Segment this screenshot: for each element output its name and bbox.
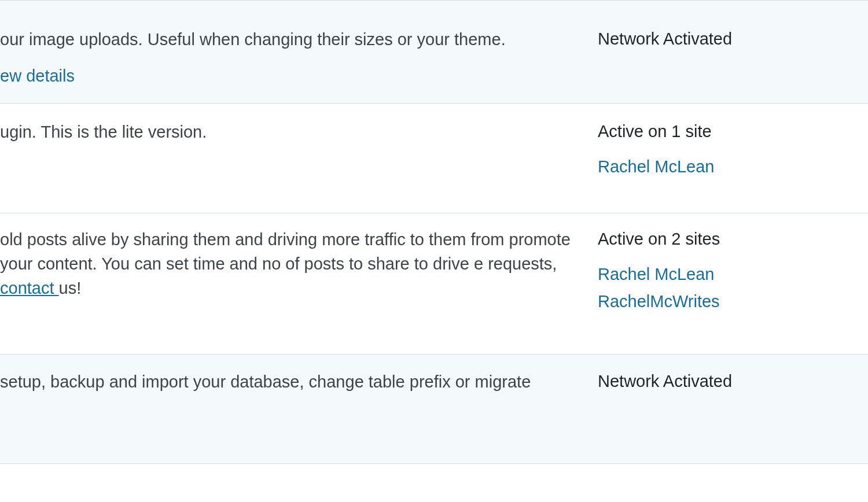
plugin-row: setup, backup and import your database, … — [0, 354, 868, 463]
plugin-row: ugin. This is the lite version. Active o… — [0, 103, 868, 213]
plugin-description-text-pre: old posts alive by sharing them and driv… — [0, 230, 571, 273]
plugin-description-cell: our image uploads. Useful when changing … — [0, 1, 598, 103]
plugin-status: Network Activated — [598, 27, 829, 51]
site-link[interactable]: Rachel McLean — [598, 157, 829, 176]
plugin-status: Active on 2 sites — [598, 227, 829, 251]
plugin-status: Network Activated — [598, 370, 829, 393]
plugin-description: our image uploads. Useful when changing … — [0, 27, 575, 51]
plugin-description-text-post: us! — [59, 279, 82, 297]
plugin-description-cell: ugin. This is the lite version. — [0, 104, 598, 213]
plugin-status-cell: Network Activated — [598, 355, 841, 463]
row-border-end — [0, 463, 868, 498]
plugin-status-cell: Network Activated — [598, 1, 841, 103]
plugin-status-cell: Active on 2 sites Rachel McLean RachelMc… — [598, 213, 841, 354]
plugin-description: ugin. This is the lite version. — [0, 120, 575, 144]
plugin-status: Active on 1 site — [598, 120, 829, 143]
plugin-status-cell: Active on 1 site Rachel McLean — [598, 104, 841, 213]
site-link[interactable]: Rachel McLean — [598, 265, 829, 284]
plugin-description: old posts alive by sharing them and driv… — [0, 227, 575, 300]
contact-link[interactable]: contact — [0, 279, 59, 297]
plugin-row: our image uploads. Useful when changing … — [0, 0, 868, 103]
view-details-link[interactable]: ew details — [0, 67, 75, 85]
plugin-row: old posts alive by sharing them and driv… — [0, 213, 868, 354]
plugin-description-cell: old posts alive by sharing them and driv… — [0, 213, 598, 354]
plugin-description-cell: setup, backup and import your database, … — [0, 355, 598, 463]
plugin-meta: ew details — [0, 67, 575, 86]
plugin-description: setup, backup and import your database, … — [0, 370, 575, 394]
site-link[interactable]: RachelMcWrites — [598, 292, 829, 311]
